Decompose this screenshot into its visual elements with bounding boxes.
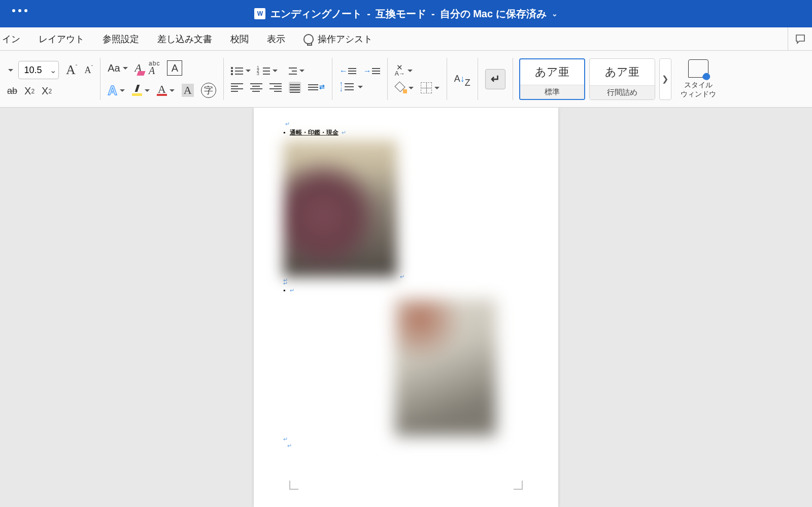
filename: エンディングノート [270, 7, 362, 21]
tab-references[interactable]: 参照設定 [103, 33, 139, 45]
word-doc-icon: W [254, 8, 265, 19]
chevron-down-icon[interactable]: ⌄ [552, 10, 558, 18]
paragraph-mark-icon: ↵ [287, 443, 523, 449]
styles-pane-icon [688, 59, 708, 78]
tab-mailings[interactable]: 差し込み文書 [157, 33, 212, 45]
style-normal[interactable]: あア亜 標準 [519, 58, 585, 100]
decrease-indent-button[interactable]: ← [340, 66, 356, 76]
paragraph-mark-icon: ↵ [290, 287, 294, 293]
tab-0[interactable]: イン [2, 33, 20, 45]
font-family-dropdown[interactable] [7, 67, 11, 73]
indent-group: ← → ↑↓ [332, 51, 387, 107]
paragraph-mark-icon: ↵ [400, 274, 523, 280]
text-effects-button[interactable]: A [108, 83, 125, 98]
margin-corner-icon [289, 481, 298, 490]
styles-pane-label-1: スタイル [684, 81, 713, 89]
lightbulb-icon [303, 34, 314, 44]
tab-review[interactable]: 校閲 [230, 33, 249, 45]
superscript-button[interactable]: X2 [42, 85, 52, 97]
document-area[interactable]: ↵ ▪ 通帳・印鑑・現金 ↵ ↵ ↵ ↵ ▪ ↵ ↵ ↵ [0, 108, 812, 507]
font-size-combo[interactable]: ⌄ [18, 61, 59, 79]
styles-gallery: あア亜 標準 あア亜 行間詰め ❯ スタイル ウィンドウ [513, 51, 727, 107]
change-case-button[interactable]: Aa [108, 62, 127, 74]
style-no-spacing[interactable]: あア亜 行間詰め [589, 58, 655, 100]
multilevel-list-button[interactable] [285, 65, 304, 76]
subscript-button[interactable]: X2 [24, 85, 35, 97]
bullet-icon: ▪ [283, 287, 285, 294]
strikethrough-button[interactable]: ab [7, 86, 17, 96]
page[interactable]: ↵ ▪ 通帳・印鑑・現金 ↵ ↵ ↵ ↵ ▪ ↵ ↵ ↵ [254, 108, 558, 507]
font-size-input[interactable] [19, 65, 47, 76]
tell-me[interactable]: 操作アシスト [303, 33, 373, 45]
tab-layout[interactable]: レイアウト [39, 33, 84, 45]
styles-more-button[interactable]: ❯ [659, 58, 671, 100]
tell-me-label: 操作アシスト [318, 33, 373, 45]
shading-button[interactable] [395, 82, 414, 93]
bullet-icon: ▪ [283, 129, 285, 136]
sort-button[interactable]: A↓Z [454, 72, 470, 86]
heading-text: 通帳・印鑑・現金 [290, 129, 339, 136]
font-effects-group: Aa A abcA A A A A 字 [100, 51, 223, 107]
numbering-button[interactable] [258, 65, 278, 76]
embedded-image-1[interactable] [283, 140, 397, 277]
style-label: 標準 [520, 85, 584, 99]
compat-mode: 互換モード [376, 7, 426, 21]
comment-icon [794, 33, 806, 45]
styles-pane-button[interactable]: スタイル ウィンドウ [675, 59, 721, 98]
document-title[interactable]: W エンディングノート - 互換モード - 自分の Mac に保存済み ⌄ [254, 7, 557, 21]
paragraph-group: ⇄ [224, 51, 332, 107]
paragraph-mark-icon: ↵ [283, 436, 523, 443]
show-paragraph-marks-button[interactable]: ↵ [485, 69, 505, 89]
margin-corner-icon [514, 481, 523, 490]
shrink-font-button[interactable]: Aˇ [84, 64, 93, 76]
paragraph-mark-icon: ↵ [283, 280, 523, 287]
grow-font-button[interactable]: Aˆ [66, 62, 77, 78]
bullets-button[interactable] [231, 65, 251, 76]
embedded-image-2[interactable] [395, 299, 496, 436]
borders-button[interactable] [421, 82, 439, 93]
font-color-button[interactable]: A [157, 85, 175, 96]
paragraph-marks-group: ↵ [478, 51, 513, 107]
styles-pane-label-2: ウィンドウ [681, 90, 716, 98]
increase-indent-button[interactable]: → [363, 66, 380, 76]
ribbon-tabs: イン レイアウト 参照設定 差し込み文書 校閲 表示 操作アシスト [0, 27, 812, 51]
asian-layout-button[interactable]: ✕A→ [395, 64, 413, 76]
character-shading-button[interactable]: A [182, 84, 194, 97]
align-center-button[interactable] [250, 82, 262, 93]
paragraph-mark-icon: ↵ [342, 129, 346, 136]
tab-view[interactable]: 表示 [267, 33, 285, 45]
clear-formatting-button[interactable]: A [135, 61, 142, 75]
ribbon: ⌄ Aˆ Aˇ ab X2 X2 Aa A abcA A A A [0, 51, 812, 108]
align-left-button[interactable] [231, 82, 243, 93]
comments-button[interactable] [788, 27, 812, 51]
save-state: 自分の Mac に保存済み [440, 7, 547, 21]
style-preview: あア亜 [520, 59, 584, 85]
highlight-button[interactable] [132, 85, 150, 96]
title-bar: W エンディングノート - 互換モード - 自分の Mac に保存済み ⌄ [0, 0, 812, 27]
sort-group: A↓Z [447, 51, 478, 107]
heading-line[interactable]: ▪ 通帳・印鑑・現金 ↵ [283, 127, 523, 137]
justify-button[interactable] [289, 82, 301, 93]
align-right-button[interactable] [269, 82, 282, 93]
character-border-button[interactable]: A [167, 60, 182, 76]
bullet-line[interactable]: ▪ ↵ [283, 287, 523, 294]
distributed-button[interactable]: ⇄ [308, 83, 325, 92]
more-icon[interactable] [12, 9, 27, 12]
line-spacing-button[interactable]: ↑↓ [340, 82, 363, 92]
chevron-down-icon[interactable]: ⌄ [47, 65, 58, 75]
text-direction-group: ✕A→ [388, 51, 447, 107]
style-label: 行間詰め [590, 85, 655, 99]
enclose-characters-button[interactable]: 字 [201, 83, 216, 98]
paragraph-mark-icon: ↵ [285, 121, 523, 127]
phonetic-guide-button[interactable]: abcA [149, 60, 160, 77]
font-group: ⌄ Aˆ Aˇ ab X2 X2 [0, 51, 100, 107]
style-preview: あア亜 [590, 59, 655, 85]
